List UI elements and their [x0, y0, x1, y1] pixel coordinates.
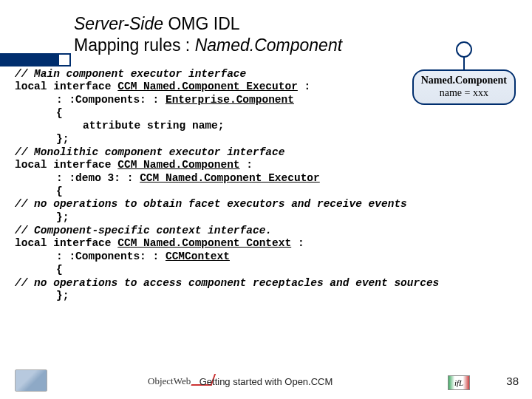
page-number: 38 — [506, 375, 519, 387]
code-line: { — [15, 107, 517, 120]
uml-component-attr: name = xxx — [421, 87, 507, 100]
code-line: }; — [15, 133, 517, 146]
uml-component-box: Named.Component name = xxx — [412, 69, 516, 105]
code-line: // Monolithic component executor interfa… — [15, 146, 517, 160]
ifl-logo: ifL — [448, 375, 470, 390]
uml-component-diagram: Named.Component name = xxx — [412, 69, 516, 105]
code-line: : :demo 3: : CCM_Named.Component_Executo… — [15, 172, 517, 185]
code-line: { — [15, 185, 517, 199]
title-italic-1: Server-Side — [74, 14, 163, 33]
slide-header: Server-Side OMG IDL Mapping rules : Name… — [0, 0, 532, 65]
uml-connector-line — [463, 56, 465, 69]
footer-logo-left — [15, 369, 47, 392]
code-line: { — [15, 264, 517, 277]
title-plain-1: OMG IDL — [163, 14, 240, 33]
code-line: local interface CCM_Named.Component : — [15, 159, 517, 172]
code-line: local interface CCM_Named.Component_Cont… — [15, 237, 517, 250]
title-plain-2: Mapping rules : — [74, 35, 195, 55]
code-line: // no operations to obtain facet executo… — [15, 198, 517, 211]
slide-footer: ObjectWeb Getting started with Open.CCM … — [0, 369, 532, 392]
code-line: }; — [15, 211, 517, 225]
code-line: // no operations to access component rec… — [15, 277, 517, 290]
header-accent-box — [58, 53, 71, 66]
code-line: attribute string name; — [15, 120, 517, 133]
footer-caption: Getting started with Open.CCM — [200, 376, 333, 387]
code-line: : :Components: : CCMContext — [15, 250, 517, 264]
uml-interface-circle — [456, 41, 472, 58]
title-italic-2: Named.Component — [195, 35, 342, 55]
uml-component-name: Named.Component — [421, 75, 507, 87]
code-line: }; — [15, 290, 517, 303]
code-line: // Component-specific context interface. — [15, 225, 517, 238]
header-accent-bar — [0, 53, 58, 66]
